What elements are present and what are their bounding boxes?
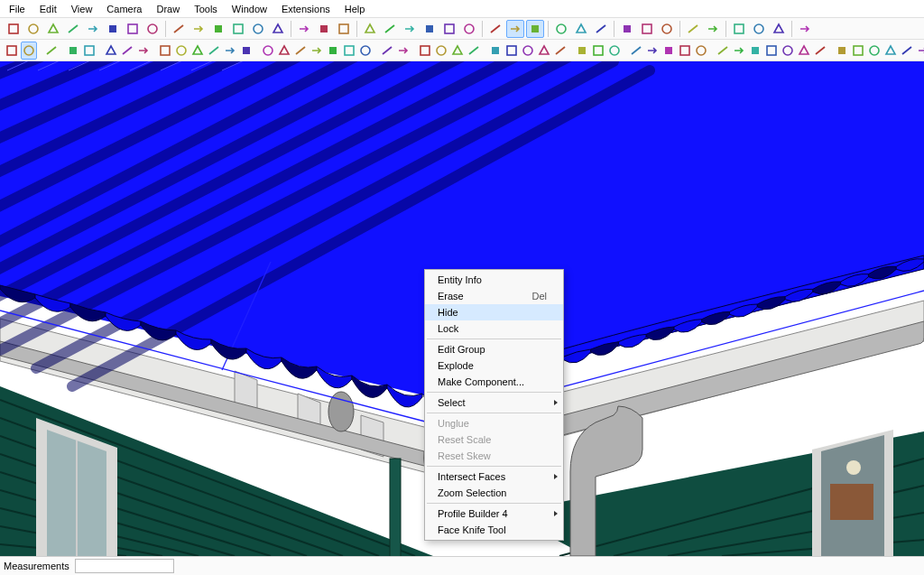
tool-tag3[interactable]: [450, 42, 465, 60]
tool-gear1[interactable]: [730, 20, 748, 38]
menu-window[interactable]: Window: [226, 2, 273, 16]
tool-box[interactable]: [618, 20, 636, 38]
tool-c6[interactable]: [797, 42, 811, 60]
tool-comp[interactable]: [381, 20, 399, 38]
tool-cube[interactable]: [361, 20, 379, 38]
tool-tag1[interactable]: [418, 42, 432, 60]
tool-cam[interactable]: [342, 42, 356, 60]
tool-tape[interactable]: [124, 20, 142, 38]
tool-solid3[interactable]: [592, 20, 610, 38]
tool-pb2[interactable]: [504, 42, 519, 60]
ctx-profile-builder-4[interactable]: Profile Builder 4: [425, 505, 563, 522]
tool-c3[interactable]: [748, 42, 762, 60]
tool-outliner[interactable]: [486, 20, 504, 38]
menu-view[interactable]: View: [66, 2, 98, 16]
tool-zoom[interactable]: [5, 42, 19, 60]
tool-boxtxt[interactable]: [104, 20, 122, 38]
ctx-make-component-[interactable]: Make Component...: [425, 374, 563, 390]
tool-layers[interactable]: [420, 20, 439, 38]
ctx-intersect-faces[interactable]: Intersect Faces: [425, 468, 563, 485]
tool-rect[interactable]: [104, 42, 118, 60]
tool-tape2[interactable]: [261, 42, 275, 60]
tool-tag4[interactable]: [467, 42, 481, 60]
tool-dimension[interactable]: [315, 20, 333, 38]
tool-soft[interactable]: [526, 20, 544, 38]
menu-draw[interactable]: Draw: [151, 2, 185, 16]
tool-walk[interactable]: [335, 20, 353, 38]
tool-pb1[interactable]: [488, 42, 503, 60]
tool-c5[interactable]: [781, 42, 795, 60]
ctx-edit-group[interactable]: Edit Group: [425, 341, 563, 357]
tool-scale[interactable]: [239, 42, 254, 60]
tool-poly[interactable]: [136, 42, 151, 60]
tool-ext1[interactable]: [796, 20, 814, 38]
tool-s1[interactable]: [629, 42, 643, 60]
ctx-hide[interactable]: Hide: [425, 304, 563, 320]
tool-warn[interactable]: [358, 42, 373, 60]
tool-undo[interactable]: [249, 20, 267, 38]
menu-tools[interactable]: Tools: [189, 2, 223, 16]
tool-vray3[interactable]: [607, 42, 622, 60]
tool-3dw2[interactable]: [380, 42, 394, 60]
tool-pb3[interactable]: [521, 42, 535, 60]
tool-solid2[interactable]: [572, 20, 590, 38]
tool-house[interactable]: [401, 20, 419, 38]
tool-s3[interactable]: [661, 42, 676, 60]
tool-gear2[interactable]: [750, 20, 768, 38]
tool-eraser2[interactable]: [44, 42, 59, 60]
tool-push[interactable]: [158, 42, 172, 60]
measurements-input[interactable]: [75, 559, 174, 573]
tool-m4[interactable]: [883, 42, 898, 60]
tool-sun[interactable]: [396, 42, 411, 60]
tool-zoom-ext[interactable]: [170, 20, 188, 38]
tool-vray2[interactable]: [591, 42, 605, 60]
tool-s5[interactable]: [694, 42, 708, 60]
tool-gear3[interactable]: [770, 20, 788, 38]
ctx-zoom-selection[interactable]: Zoom Selection: [425, 485, 563, 501]
tool-follow[interactable]: [174, 42, 189, 60]
tool-m5[interactable]: [900, 42, 914, 60]
tool-select-arrow[interactable]: [21, 42, 37, 60]
tool-text[interactable]: [84, 20, 102, 38]
ctx-erase[interactable]: EraseDel: [425, 288, 563, 304]
tool-arc[interactable]: [64, 20, 82, 38]
tool-protractor2[interactable]: [277, 42, 291, 60]
ctx-explode[interactable]: Explode: [425, 357, 563, 374]
tool-m2[interactable]: [851, 42, 865, 60]
tool-c4[interactable]: [764, 42, 779, 60]
tool-tag2[interactable]: [434, 42, 448, 60]
tool-s2[interactable]: [645, 42, 660, 60]
ctx-entity-info[interactable]: Entity Info: [425, 272, 563, 288]
tool-pencil[interactable]: [66, 42, 80, 60]
tool-offset[interactable]: [190, 42, 205, 60]
tool-orbit[interactable]: [209, 20, 227, 38]
tool-c1[interactable]: [716, 42, 730, 60]
tool-select[interactable]: [5, 20, 23, 38]
tool-redo[interactable]: [269, 20, 287, 38]
tool-eraser[interactable]: [24, 20, 42, 38]
tool-axes[interactable]: [293, 42, 308, 60]
tool-m6[interactable]: [916, 42, 924, 60]
tool-freehand[interactable]: [82, 42, 97, 60]
tool-c7[interactable]: [813, 42, 827, 60]
tool-sphere[interactable]: [658, 20, 676, 38]
tool-zoom-sel[interactable]: [189, 20, 208, 38]
tool-solid1[interactable]: [552, 20, 570, 38]
tool-solid4[interactable]: [684, 20, 702, 38]
tool-m3[interactable]: [867, 42, 882, 60]
tool-3dw[interactable]: [460, 20, 478, 38]
ctx-face-knife-tool[interactable]: Face Knife Tool: [425, 522, 563, 538]
menu-edit[interactable]: Edit: [34, 2, 62, 16]
tool-rotate[interactable]: [223, 42, 237, 60]
menu-file[interactable]: File: [4, 2, 31, 16]
menu-camera[interactable]: Camera: [101, 2, 147, 16]
tool-paint[interactable]: [440, 20, 458, 38]
tool-layers-b[interactable]: [506, 20, 524, 38]
tool-solid5[interactable]: [704, 20, 722, 38]
tool-m1[interactable]: [835, 42, 849, 60]
tool-dim2[interactable]: [310, 42, 324, 60]
ctx-lock[interactable]: Lock: [425, 320, 563, 337]
tool-zoom-win[interactable]: [229, 20, 247, 38]
ctx-select[interactable]: Select: [425, 394, 563, 411]
tool-pb4[interactable]: [537, 42, 551, 60]
